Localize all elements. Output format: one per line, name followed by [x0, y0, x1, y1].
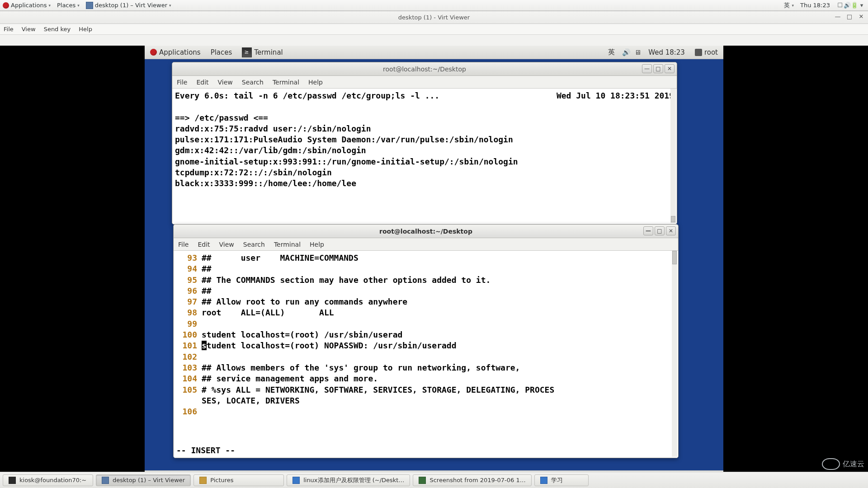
vim-line-text: ## — [202, 263, 675, 274]
virt-menu-view[interactable]: View — [22, 26, 36, 33]
maximize-button[interactable]: □ — [655, 226, 665, 235]
host-task-pictures[interactable]: Pictures — [193, 474, 284, 486]
watermark-logo-icon — [822, 458, 840, 470]
menu-terminal[interactable]: Terminal — [274, 241, 301, 248]
menu-search[interactable]: Search — [243, 241, 265, 248]
vim-line-number: 105 — [176, 385, 202, 395]
a11y-icon[interactable]: ☐ — [836, 2, 844, 9]
terminal-window-top[interactable]: root@localhost:~/Desktop — □ ✕ File Edit… — [172, 62, 677, 225]
vim-line-number: 101 — [176, 340, 202, 351]
host-task-screenshot-label: Screenshot from 2019-07-06 1… — [429, 477, 525, 483]
menu-help[interactable]: Help — [310, 241, 324, 248]
virt-menu-file[interactable]: File — [4, 26, 14, 33]
vim-line: 94## — [176, 263, 675, 274]
vim-line: 102 — [176, 352, 675, 362]
host-task-screenshot[interactable]: Screenshot from 2019-07-06 1… — [413, 474, 531, 486]
chevron-down-icon: ▾ — [77, 3, 80, 8]
vim-line: 105# %sys ALL = NETWORKING, SOFTWARE, SE… — [176, 385, 675, 395]
menu-file[interactable]: File — [178, 241, 189, 248]
volume-icon[interactable]: 🔊 — [622, 48, 629, 56]
document-icon — [292, 477, 300, 484]
guest-input-lang-label: 英 — [608, 48, 615, 56]
folder-icon — [199, 477, 207, 484]
battery-icon[interactable]: 🔋 — [851, 2, 858, 9]
scrollbar[interactable] — [670, 89, 676, 223]
virt-menu-sendkey[interactable]: Send key — [44, 26, 71, 33]
minimize-button[interactable]: — — [643, 226, 653, 235]
host-task-gedit[interactable]: linux添加用户及权限管理 (~/Deskt… — [287, 474, 410, 486]
menu-view[interactable]: View — [218, 79, 233, 86]
vim-line-text — [202, 352, 675, 362]
terminal-window-vim[interactable]: root@localhost:~/Desktop — □ ✕ File Edit… — [173, 224, 679, 458]
host-task-kiosk-label: kiosk@foundation70:~ — [19, 477, 86, 483]
user-icon — [695, 49, 702, 56]
vim-line: 106 — [176, 406, 675, 417]
vim-line-text: ## — [202, 286, 675, 296]
menu-terminal[interactable]: Terminal — [273, 79, 299, 86]
watermark-text: 亿速云 — [843, 460, 864, 469]
maximize-button[interactable]: □ — [845, 13, 854, 20]
host-task-pictures-label: Pictures — [210, 477, 233, 483]
guest-clock[interactable]: Wed 18:23 — [646, 47, 688, 57]
host-app-task[interactable]: desktop (1) – Virt Viewer ▾ — [86, 2, 171, 9]
vim-line-text: ## service management apps and more. — [202, 373, 675, 384]
host-app-task-label: desktop (1) – Virt Viewer — [95, 2, 167, 9]
virt-viewer-icon — [102, 477, 109, 484]
close-button[interactable]: ✕ — [665, 64, 675, 73]
terminal-icon — [9, 477, 16, 484]
vim-line-number: 104 — [176, 373, 202, 384]
menu-edit[interactable]: Edit — [196, 79, 208, 86]
menu-edit[interactable]: Edit — [198, 241, 210, 248]
guest-places-menu[interactable]: Places — [208, 47, 235, 57]
chevron-down-icon[interactable]: ▾ — [858, 2, 865, 9]
vim-line-text: root ALL=(ALL) ALL — [202, 307, 675, 318]
menu-help[interactable]: Help — [308, 79, 323, 86]
guest-screen: Applications Places Terminal 英 🔊 🖥 Wed 1… — [145, 46, 723, 483]
guest-places-label: Places — [211, 48, 232, 56]
termtop-title-label: root@localhost:~/Desktop — [383, 66, 466, 73]
host-task-study[interactable]: 学习 — [534, 474, 589, 486]
termvim-titlebar[interactable]: root@localhost:~/Desktop — □ ✕ — [174, 225, 678, 238]
vim-line-text: student localhost=(root) /usr/sbin/usera… — [202, 329, 675, 340]
menu-file[interactable]: File — [177, 79, 187, 86]
menu-search[interactable]: Search — [242, 79, 264, 86]
chevron-down-icon: ▾ — [48, 3, 51, 8]
guest-user-menu[interactable]: root — [692, 47, 721, 57]
host-places-label: Places — [57, 2, 75, 9]
host-task-kiosk[interactable]: kiosk@foundation70:~ — [3, 474, 93, 486]
guest-terminal-label: Terminal — [254, 48, 283, 56]
termtop-body[interactable]: Every 6.0s: tail -n 6 /etc/passwd /etc/g… — [172, 89, 677, 224]
guest-applications-menu[interactable]: Applications — [147, 47, 203, 57]
vim-line-text: ## The COMMANDS section may have other o… — [202, 275, 675, 286]
termtop-titlebar[interactable]: root@localhost:~/Desktop — □ ✕ — [172, 62, 677, 76]
watch-cmd: Every 6.0s: tail -n 6 /etc/passwd /etc/g… — [175, 90, 439, 101]
close-button[interactable]: ✕ — [666, 226, 676, 235]
host-clock[interactable]: Thu 18:23 — [800, 2, 830, 9]
terminal-icon — [242, 47, 252, 57]
guest-terminal-task[interactable]: Terminal — [239, 47, 285, 58]
scrollbar[interactable] — [672, 251, 677, 457]
network-icon[interactable]: 🖥 — [634, 48, 641, 56]
minimize-button[interactable]: — — [834, 13, 842, 20]
vim-line: 96## — [176, 286, 675, 296]
volume-icon[interactable]: 🔊 — [844, 2, 851, 9]
host-clock-label: Thu 18:23 — [800, 2, 830, 9]
vim-line-number: 103 — [176, 362, 202, 373]
vim-line: 97## Allow root to run any commands anyw… — [176, 296, 675, 307]
guest-input-lang[interactable]: 英 — [605, 47, 618, 57]
host-task-virtviewer[interactable]: desktop (1) – Virt Viewer — [96, 474, 191, 486]
host-applications-menu[interactable]: Applications ▾ — [3, 2, 51, 9]
host-input-lang[interactable]: 英 ▾ — [784, 1, 794, 9]
vim-line-text: ## user MACHINE=COMMANDS — [202, 253, 675, 263]
virt-menu-help[interactable]: Help — [79, 26, 92, 33]
menu-view[interactable]: View — [219, 241, 234, 248]
guest-applications-label: Applications — [159, 48, 201, 56]
host-places-menu[interactable]: Places ▾ — [57, 2, 80, 9]
vim-mode-status: -- INSERT -- — [176, 445, 235, 456]
host-task-gedit-label: linux添加用户及权限管理 (~/Deskt… — [303, 476, 404, 484]
minimize-button[interactable]: — — [642, 64, 652, 73]
host-bottom-taskbar: kiosk@foundation70:~ desktop (1) – Virt … — [0, 472, 868, 488]
maximize-button[interactable]: □ — [653, 64, 663, 73]
vim-buffer[interactable]: 93## user MACHINE=COMMANDS94##95## The C… — [174, 251, 678, 458]
close-button[interactable]: ✕ — [857, 13, 865, 20]
